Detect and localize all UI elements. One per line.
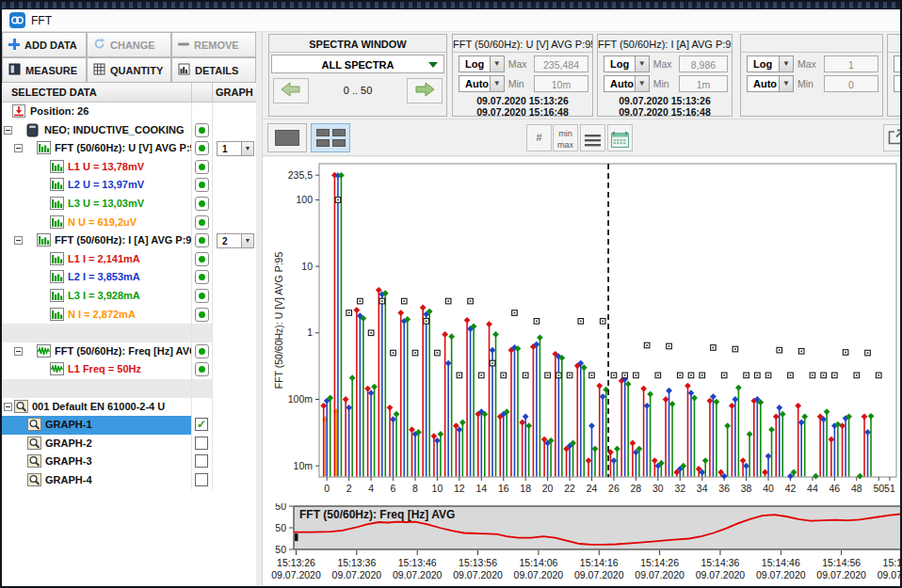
tree-row-fft-50-60hz-i-a-avg-p-95[interactable]: FFT (50/60Hz): I [A] AVG P:952▼ — [2, 231, 256, 250]
single-view-button[interactable] — [267, 123, 307, 152]
min-input[interactable] — [679, 75, 728, 92]
fft-spectrum-chart[interactable]: FFT (50/60Hz): U [V] AVG P:95235,5100101… — [269, 159, 902, 498]
remove-button[interactable]: REMOVE — [171, 32, 256, 57]
spectrum-icon — [37, 233, 51, 247]
export-window-icon[interactable] — [883, 124, 902, 151]
graph-1-chart-area[interactable]: FFT (50/60Hz): U [V] AVG P:95235,5100101… — [263, 157, 900, 586]
next-spectra-button[interactable] — [407, 78, 443, 103]
tree-row-fft-50-60hz-freq-hz-avg[interactable]: FFT (50/60Hz): Freq [Hz] AVG — [2, 342, 256, 361]
window-grip[interactable] — [2, 2, 900, 9]
tree-row-label: GRAPH-2 — [45, 437, 92, 449]
min-input[interactable] — [534, 75, 588, 92]
tree-row-l1-u-13-78mv[interactable]: L1 U = 13,78mV — [2, 158, 256, 177]
frequency-trend-chart[interactable]: 505050FFT (50/60Hz): Freq [Hz] AVG — [269, 503, 902, 557]
mode-select[interactable]: Auto▼ — [747, 75, 794, 92]
graph-checkbox[interactable]: ✓ — [195, 418, 208, 431]
tree-row-001-default-en-61000-2-4-u[interactable]: 001 Default EN 61000-2-4 U — [2, 398, 256, 417]
tree-row-graph-3[interactable]: GRAPH-3 — [2, 453, 256, 471]
panel-splitter[interactable] — [256, 32, 263, 586]
tree-row-label: 001 Default EN 61000-2-4 U — [32, 401, 165, 412]
y-axis-label: FFT (50/60Hz): U [V] AVG P:95 — [273, 252, 284, 389]
x-tick-label: 34 — [697, 483, 708, 494]
bar-chart-icon — [178, 63, 190, 77]
scale-select[interactable]: Log▼ — [747, 56, 794, 72]
max-input[interactable] — [824, 56, 878, 72]
tree-expander-icon[interactable] — [14, 236, 23, 245]
graph-checkbox[interactable] — [195, 473, 208, 486]
visible-indicator[interactable] — [195, 233, 209, 247]
x-tick-label: 51 — [884, 483, 895, 494]
tree-row-graph-1[interactable]: GRAPH-1✓ — [2, 416, 256, 435]
mode-select[interactable]: Auto▼ — [459, 75, 505, 92]
visible-indicator[interactable] — [195, 215, 209, 230]
visible-indicator[interactable] — [195, 344, 209, 358]
min-max-button[interactable]: minmax — [553, 124, 578, 151]
tree-row-l1-i-2-141ma[interactable]: L1 I = 2,141mA — [2, 250, 256, 269]
scale-select[interactable]: Log▼ — [459, 56, 505, 72]
change-button[interactable]: CHANGE — [87, 32, 171, 57]
tree-row-label: GRAPH-3 — [45, 455, 92, 467]
visible-indicator[interactable] — [195, 252, 209, 266]
visible-indicator[interactable] — [195, 197, 209, 211]
scale-select[interactable]: Log▼ — [604, 56, 650, 72]
tree-row-l2-u-13-97mv[interactable]: L2 U = 13,97mV — [2, 176, 256, 195]
details-button[interactable]: DETAILS — [171, 57, 256, 83]
y-tick-label: 10 — [301, 261, 313, 272]
harmonic-number-button[interactable]: # — [526, 124, 552, 151]
visible-indicator[interactable] — [195, 123, 209, 137]
x-tick-label: 8 — [412, 483, 418, 494]
scale-select[interactable] — [894, 56, 902, 72]
spectra-window-panel: SPECTRA WINDOW ALL SPECTRA 0 .. 50 — [268, 34, 447, 117]
min-input[interactable] — [824, 75, 878, 92]
tree-row-n-i-2-872ma[interactable]: N I = 2,872mA — [2, 306, 256, 325]
tree-expander-icon[interactable] — [14, 347, 23, 356]
max-input[interactable] — [679, 56, 728, 72]
mode-select[interactable]: Auto▼ — [604, 75, 650, 92]
visible-indicator[interactable] — [195, 178, 209, 192]
visible-indicator[interactable] — [195, 362, 209, 376]
add-data-button[interactable]: ADD DATA — [2, 32, 87, 57]
graph-checkbox[interactable] — [195, 437, 208, 450]
graph-checkbox[interactable] — [195, 454, 208, 468]
y-tick-label: 100m — [288, 393, 314, 405]
visible-indicator[interactable] — [195, 289, 209, 303]
graph-number-select[interactable]: 2▼ — [217, 233, 254, 248]
chevron-down-icon[interactable]: ▼ — [241, 234, 253, 247]
x-tick-label: 36 — [718, 483, 730, 494]
tree-row-n-u-619-2uv[interactable]: N U = 619,2uV — [2, 214, 256, 232]
max-input[interactable] — [534, 56, 588, 72]
visible-indicator[interactable] — [195, 308, 209, 322]
mode-select[interactable]: A — [894, 75, 902, 92]
tree-row-label: NEO; INDUCTIVE_COOKING — [44, 124, 185, 135]
quantity-button[interactable]: QUANTITY — [87, 57, 171, 83]
spectrum-icon — [50, 270, 64, 284]
visible-indicator[interactable] — [195, 270, 209, 284]
tree-row-neo-inductive-cooking[interactable]: NEO; INDUCTIVE_COOKING — [2, 121, 256, 140]
chevron-down-icon[interactable]: ▼ — [241, 142, 253, 155]
tree-row-l3-i-3-928ma[interactable]: L3 I = 3,928mA — [2, 287, 256, 306]
axis-panel-3-title — [741, 35, 882, 53]
list-view-button[interactable] — [580, 124, 605, 151]
measure-button[interactable]: MEASURE — [2, 57, 87, 83]
window-title: FFT — [31, 14, 52, 27]
visible-indicator[interactable] — [195, 160, 209, 174]
time-label: 15:14:3609.07.2020 — [689, 557, 751, 581]
tree-row-graph-2[interactable]: GRAPH-2 — [2, 435, 256, 453]
graph-number-select[interactable]: 1▼ — [217, 141, 254, 156]
tree-row-graph-4[interactable]: GRAPH-4 — [2, 471, 256, 490]
x-tick-label: 44 — [807, 483, 818, 494]
spectra-select[interactable]: ALL SPECTRA — [271, 55, 444, 73]
tree-row-position-26[interactable]: Position: 26 — [2, 103, 256, 121]
time-label: 15:14:2609.07.2020 — [629, 557, 691, 581]
spectrum-icon — [50, 197, 64, 211]
quad-view-button[interactable] — [311, 123, 350, 152]
tree-expander-icon[interactable] — [4, 126, 12, 135]
tree-row-l3-u-13-03mv[interactable]: L3 U = 13,03mV — [2, 195, 256, 214]
calendar-button[interactable] — [607, 124, 633, 151]
visible-indicator[interactable] — [195, 141, 209, 155]
tree-row-l1-freq-50hz[interactable]: L1 Freq = 50Hz — [2, 360, 256, 379]
tree-row-l2-i-3-853ma[interactable]: L2 I = 3,853mA — [2, 268, 256, 287]
tree-expander-icon[interactable] — [4, 403, 12, 411]
tree-expander-icon[interactable] — [14, 144, 23, 152]
tree-row-fft-50-60hz-u-v-avg-p-95[interactable]: FFT (50/60Hz): U [V] AVG P:951▼ — [2, 139, 256, 158]
